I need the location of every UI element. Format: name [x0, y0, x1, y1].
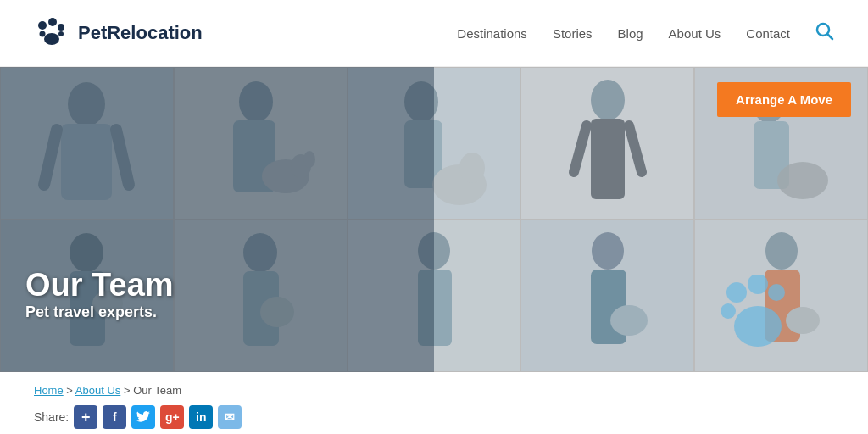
svg-point-1 [48, 18, 57, 26]
svg-point-21 [591, 80, 625, 120]
svg-point-4 [40, 31, 46, 37]
photo-cell-9 [520, 220, 694, 372]
share-email-button[interactable]: ✉ [218, 405, 242, 429]
share-twitter-button[interactable] [131, 405, 155, 429]
share-facebook-button[interactable]: f [103, 405, 126, 429]
breadcrumb-current: Our Team [133, 384, 181, 397]
search-icon[interactable] [815, 22, 834, 45]
logo-text: PetRelocation [78, 22, 203, 44]
photo-cell-8 [348, 220, 521, 372]
svg-point-27 [777, 162, 828, 199]
svg-rect-9 [61, 124, 112, 200]
nav-contact[interactable]: Contact [746, 26, 790, 41]
share-linkedin-button[interactable]: in [189, 405, 213, 429]
svg-point-0 [38, 21, 47, 30]
svg-point-12 [239, 81, 273, 122]
share-label: Share: [34, 410, 69, 424]
svg-point-2 [58, 24, 64, 31]
svg-point-5 [58, 31, 64, 36]
hero-heading: Our Team [25, 267, 174, 303]
nav-about-us[interactable]: About Us [669, 26, 721, 41]
person-silhouette-4 [561, 75, 654, 219]
nav-stories[interactable]: Stories [553, 26, 593, 41]
svg-point-42 [726, 282, 747, 303]
nav-blog[interactable]: Blog [618, 26, 643, 41]
paw-print-decoration [715, 275, 800, 355]
svg-rect-22 [591, 119, 625, 199]
nav-destinations[interactable]: Destinations [457, 26, 527, 41]
arrange-move-button[interactable]: Arrange A Move [717, 82, 851, 117]
person-silhouette-8 [387, 227, 481, 371]
svg-point-38 [610, 305, 648, 336]
share-googleplus-button[interactable]: g+ [160, 405, 184, 429]
photo-cell-2 [174, 67, 348, 220]
svg-line-23 [574, 125, 587, 172]
photo-cell-7 [174, 220, 348, 372]
breadcrumb-sep-1: > [66, 384, 75, 397]
hero-subheading: Pet travel experts. [25, 303, 174, 321]
svg-line-7 [828, 34, 833, 39]
breadcrumb-home[interactable]: Home [34, 384, 64, 397]
breadcrumb-about[interactable]: About Us [75, 384, 120, 397]
svg-point-36 [592, 232, 624, 270]
svg-point-43 [748, 275, 768, 294]
hero-text-overlay: Our Team Pet travel experts. [25, 267, 174, 321]
svg-line-10 [44, 130, 57, 185]
logo-area[interactable]: PetRelocation [34, 15, 203, 51]
svg-point-45 [721, 303, 736, 319]
svg-point-33 [260, 297, 294, 327]
person-silhouette-7 [209, 227, 311, 371]
person-silhouette-2 [201, 75, 320, 219]
svg-point-31 [243, 233, 277, 272]
logo-icon [34, 15, 70, 51]
person-silhouette-3 [375, 75, 493, 219]
svg-point-44 [768, 284, 785, 301]
svg-point-20 [459, 153, 485, 183]
svg-rect-35 [418, 270, 452, 346]
share-add-button[interactable]: + [74, 405, 97, 429]
main-nav: Destinations Stories Blog About Us Conta… [457, 22, 834, 45]
svg-point-39 [765, 232, 798, 270]
photo-cell-3 [348, 67, 521, 220]
svg-line-11 [116, 130, 129, 185]
svg-point-8 [68, 82, 105, 126]
svg-point-17 [404, 81, 438, 122]
svg-point-3 [44, 33, 59, 45]
breadcrumb: Home > About Us > Our Team [0, 372, 868, 397]
photo-cell-4 [520, 67, 694, 220]
hero-section: Arrange A Move Our Team Pet travel exper… [0, 67, 868, 372]
svg-point-46 [734, 306, 782, 347]
site-header: PetRelocation Destinations Stories Blog … [0, 0, 868, 67]
photo-cell-1 [0, 67, 174, 220]
person-silhouette-1 [36, 75, 137, 219]
svg-point-34 [418, 232, 450, 270]
svg-point-16 [303, 151, 315, 168]
person-silhouette-9 [557, 227, 659, 371]
share-bar: Share: + f g+ in ✉ [0, 397, 868, 429]
breadcrumb-sep-2: > [124, 384, 133, 397]
svg-line-24 [629, 125, 642, 172]
